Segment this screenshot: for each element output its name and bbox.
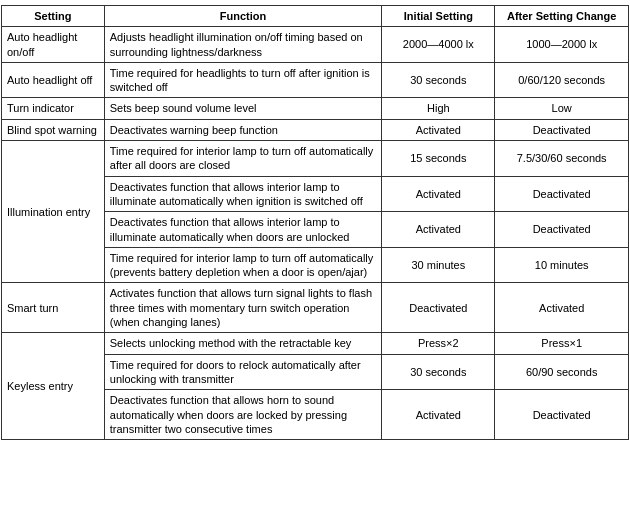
table-row: Auto headlight on/off Adjusts headlight …: [2, 27, 629, 63]
initial-cell: 30 seconds: [382, 354, 495, 390]
table-row: Illumination entry Time required for int…: [2, 141, 629, 177]
setting-cell: Smart turn: [2, 283, 105, 333]
function-cell: Deactivates function that allows horn to…: [104, 390, 382, 440]
function-cell: Sets beep sound volume level: [104, 98, 382, 119]
initial-cell: Activated: [382, 176, 495, 212]
after-cell: 60/90 seconds: [495, 354, 629, 390]
after-cell: Press×1: [495, 333, 629, 354]
function-cell: Time required for doors to relock automa…: [104, 354, 382, 390]
initial-cell: Activated: [382, 119, 495, 140]
initial-cell: 2000—4000 lx: [382, 27, 495, 63]
table-row: Turn indicator Sets beep sound volume le…: [2, 98, 629, 119]
initial-cell: High: [382, 98, 495, 119]
function-cell: Deactivates function that allows interio…: [104, 176, 382, 212]
after-cell: Low: [495, 98, 629, 119]
after-cell: Deactivated: [495, 176, 629, 212]
table-row: Keyless entry Selects unlocking method w…: [2, 333, 629, 354]
setting-cell: Blind spot warning: [2, 119, 105, 140]
function-cell: Time required for interior lamp to turn …: [104, 141, 382, 177]
initial-cell: Activated: [382, 390, 495, 440]
after-cell: 7.5/30/60 seconds: [495, 141, 629, 177]
setting-cell: Auto headlight off: [2, 62, 105, 98]
setting-cell: Illumination entry: [2, 141, 105, 283]
header-after: After Setting Change: [495, 6, 629, 27]
function-cell: Deactivates function that allows interio…: [104, 212, 382, 248]
setting-cell: Turn indicator: [2, 98, 105, 119]
header-initial: Initial Setting: [382, 6, 495, 27]
settings-table: Setting Function Initial Setting After S…: [1, 5, 629, 440]
initial-cell: 30 minutes: [382, 247, 495, 283]
after-cell: Deactivated: [495, 212, 629, 248]
function-cell: Adjusts headlight illumination on/off ti…: [104, 27, 382, 63]
function-cell: Activates function that allows turn sign…: [104, 283, 382, 333]
initial-cell: 15 seconds: [382, 141, 495, 177]
function-cell: Deactivates warning beep function: [104, 119, 382, 140]
initial-cell: Activated: [382, 212, 495, 248]
header-setting: Setting: [2, 6, 105, 27]
function-cell: Time required for headlights to turn off…: [104, 62, 382, 98]
setting-cell: Auto headlight on/off: [2, 27, 105, 63]
function-cell: Time required for interior lamp to turn …: [104, 247, 382, 283]
initial-cell: Deactivated: [382, 283, 495, 333]
table-row: Auto headlight off Time required for hea…: [2, 62, 629, 98]
after-cell: 0/60/120 seconds: [495, 62, 629, 98]
initial-cell: 30 seconds: [382, 62, 495, 98]
setting-cell: Keyless entry: [2, 333, 105, 440]
after-cell: 10 minutes: [495, 247, 629, 283]
function-cell: Selects unlocking method with the retrac…: [104, 333, 382, 354]
table-row: Blind spot warning Deactivates warning b…: [2, 119, 629, 140]
after-cell: Activated: [495, 283, 629, 333]
after-cell: 1000—2000 lx: [495, 27, 629, 63]
initial-cell: Press×2: [382, 333, 495, 354]
after-cell: Deactivated: [495, 119, 629, 140]
table-row: Smart turn Activates function that allow…: [2, 283, 629, 333]
after-cell: Deactivated: [495, 390, 629, 440]
header-function: Function: [104, 6, 382, 27]
